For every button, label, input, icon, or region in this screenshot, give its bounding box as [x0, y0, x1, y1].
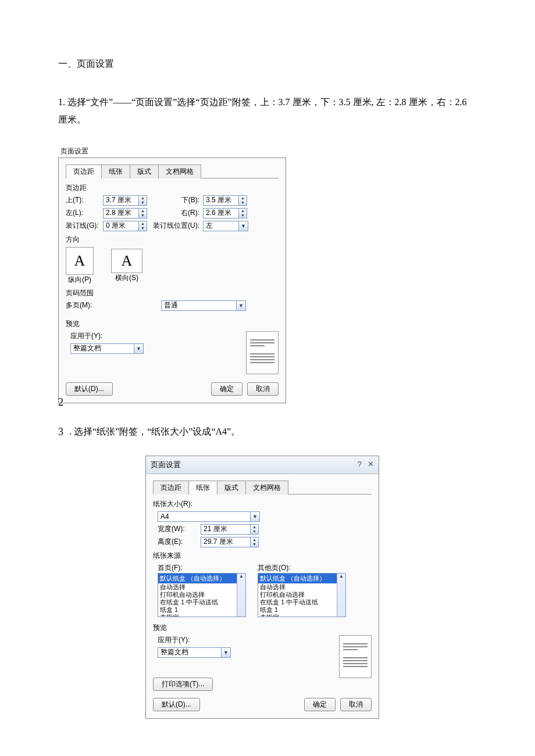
chevron-down-icon[interactable]: ▼: [239, 221, 248, 231]
multipage-select[interactable]: 普通: [161, 300, 237, 311]
list-item[interactable]: 在纸盒 1 中手动送纸: [258, 599, 345, 606]
list-item[interactable]: 在纸盒 1 中手动送纸: [158, 599, 245, 606]
applyto-select[interactable]: 整篇文档: [70, 343, 134, 354]
ok-button[interactable]: 确定: [304, 698, 336, 711]
height-input[interactable]: 29.7 厘米: [201, 537, 251, 547]
group-paper-source: 纸张来源: [153, 551, 372, 561]
list-item[interactable]: 纸盒 1: [258, 606, 345, 614]
tab-paper[interactable]: 纸张: [101, 164, 130, 178]
list-item[interactable]: 自动选择: [158, 583, 245, 591]
paper-size-label: 纸张大小(R):: [153, 499, 372, 509]
bottom-label: 下(B):: [147, 195, 203, 205]
chevron-down-icon[interactable]: ▼: [237, 300, 246, 311]
step-3-text: . 选择“纸张”附签，“纸张大小”设成“A4”。: [69, 426, 240, 438]
spinner-icon[interactable]: ▲▼: [239, 195, 247, 206]
preview-thumbnail: [246, 331, 279, 374]
spinner-icon[interactable]: ▲▼: [239, 208, 247, 218]
list-item[interactable]: 默认纸盒 （自动选择）: [158, 574, 245, 583]
bottom-input[interactable]: 3.5 厘米: [203, 195, 239, 206]
close-icon[interactable]: ✕: [368, 460, 374, 470]
help-icon[interactable]: ?: [358, 460, 362, 470]
width-label: 宽度(W):: [158, 524, 201, 534]
spinner-icon[interactable]: ▲▼: [251, 524, 259, 535]
step-1-text: 1. 选择“文件”——“页面设置”选择“页边距”附签，上：3.7 厘米，下：3.…: [58, 94, 477, 129]
gutter-input[interactable]: 0 厘米: [103, 221, 139, 231]
left-label: 左(L):: [66, 208, 103, 218]
preview-thumbnail: [339, 635, 372, 678]
list-item[interactable]: 纸盒 1: [158, 606, 245, 614]
page-setup-dialog-1: 页边距 纸张 版式 文档网格 页边距 上(T): 3.7 厘米 ▲▼ 下(B):…: [58, 157, 286, 403]
group-preview: 预览: [66, 319, 279, 329]
dialog2-title: 页面设置: [151, 460, 181, 470]
height-label: 高度(E):: [158, 537, 201, 547]
firstpage-label: 首页(F):: [158, 563, 246, 573]
page-setup-dialog-2: 页面设置 ? ✕ 页边距 纸张 版式 文档网格 纸张大小(R): A4 ▼ 宽度…: [145, 456, 379, 719]
tab-margins[interactable]: 页边距: [66, 164, 102, 178]
tab-margins[interactable]: 页边距: [153, 481, 189, 495]
tab-paper[interactable]: 纸张: [188, 481, 217, 495]
portrait-label: 纵向(P): [66, 275, 94, 285]
right-label: 右(R):: [147, 208, 203, 218]
spinner-icon[interactable]: ▲▼: [139, 195, 147, 206]
otherpages-list[interactable]: 默认纸盒 （自动选择） 自动选择 打印机自动选择 在纸盒 1 中手动送纸 纸盒 …: [258, 573, 346, 617]
ok-button[interactable]: 确定: [211, 382, 242, 396]
applyto-select[interactable]: 整篇文档: [158, 647, 222, 658]
chevron-down-icon[interactable]: ▼: [251, 511, 260, 522]
portrait-option[interactable]: A: [66, 247, 94, 275]
applyto-label: 应用于(Y):: [158, 635, 339, 645]
right-input[interactable]: 2.6 厘米: [203, 208, 239, 218]
list-item[interactable]: 自动选择: [258, 583, 345, 591]
list-item[interactable]: 打印机自动选择: [158, 591, 245, 599]
chevron-down-icon[interactable]: ▼: [222, 647, 231, 658]
tab-grid[interactable]: 文档网格: [158, 164, 201, 178]
top-label: 上(T):: [66, 195, 103, 205]
landscape-label: 横向(S): [111, 273, 142, 283]
group-margins: 页边距: [66, 183, 279, 193]
spinner-icon[interactable]: ▲▼: [139, 221, 147, 231]
applyto-label: 应用于(Y):: [70, 331, 246, 341]
tab-layout[interactable]: 版式: [130, 164, 159, 178]
default-button[interactable]: 默认(D)...: [153, 698, 200, 711]
gutterpos-select[interactable]: 左: [203, 221, 239, 231]
landscape-option[interactable]: A: [111, 249, 142, 273]
paper-size-select[interactable]: A4: [158, 511, 251, 522]
dialog1-title: 页面设置: [60, 146, 286, 156]
list-item[interactable]: 未指定: [158, 614, 245, 617]
list-item[interactable]: 未指定: [258, 614, 345, 617]
tab-grid[interactable]: 文档网格: [245, 481, 288, 495]
list-item[interactable]: 默认纸盒 （自动选择）: [258, 574, 345, 583]
group-pages: 页码范围: [66, 288, 279, 298]
tab-layout[interactable]: 版式: [217, 481, 246, 495]
firstpage-list[interactable]: 默认纸盒 （自动选择） 自动选择 打印机自动选择 在纸盒 1 中手动送纸 纸盒 …: [158, 573, 246, 617]
cancel-button[interactable]: 取消: [340, 698, 372, 711]
left-input[interactable]: 2.8 厘米: [103, 208, 139, 218]
gutter-label: 装订线(G):: [66, 221, 103, 231]
default-button[interactable]: 默认(D)...: [66, 382, 113, 396]
width-input[interactable]: 21 厘米: [201, 524, 251, 535]
list-marker-3: 3: [58, 426, 63, 438]
multipage-label: 多页(M):: [66, 300, 103, 310]
gutterpos-label: 装订线位置(U):: [147, 221, 203, 231]
chevron-down-icon[interactable]: ▼: [134, 343, 144, 354]
spinner-icon[interactable]: ▲▼: [251, 537, 259, 547]
spinner-icon[interactable]: ▲▼: [139, 208, 147, 218]
otherpages-label: 其他页(O):: [258, 563, 346, 573]
print-options-button[interactable]: 打印选项(T)...: [153, 678, 213, 691]
group-orientation: 方向: [66, 235, 279, 245]
group-preview: 预览: [153, 623, 372, 633]
top-input[interactable]: 3.7 厘米: [103, 195, 139, 206]
list-item[interactable]: 打印机自动选择: [258, 591, 345, 599]
cancel-button[interactable]: 取消: [247, 382, 279, 396]
section-heading: 一、页面设置: [58, 58, 477, 70]
